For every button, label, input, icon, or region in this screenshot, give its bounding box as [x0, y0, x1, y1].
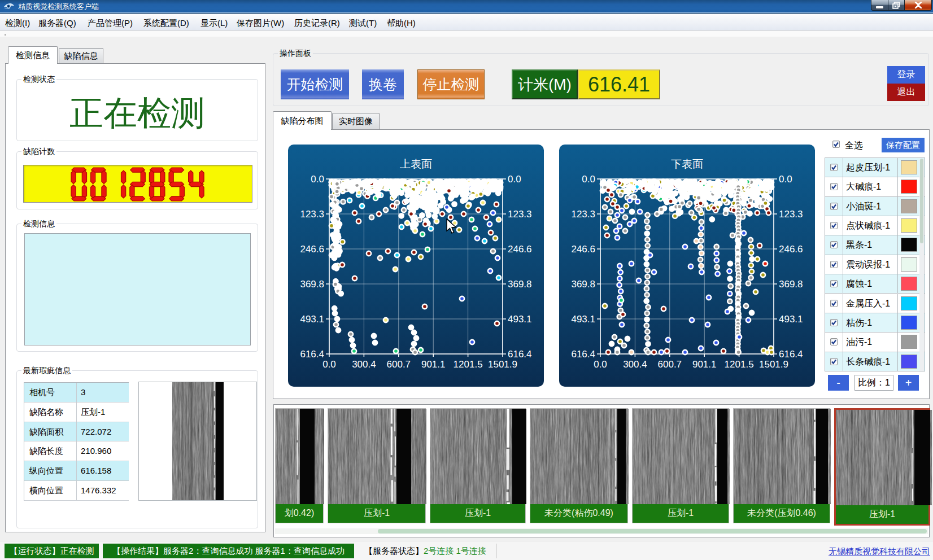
svg-text:1201.5: 1201.5 — [454, 359, 483, 370]
svg-text:0.0: 0.0 — [311, 174, 324, 185]
svg-text:616.4: 616.4 — [508, 349, 532, 360]
svg-text:300.4: 300.4 — [352, 359, 376, 370]
svg-text:1501.9: 1501.9 — [759, 359, 788, 370]
svg-text:1501.9: 1501.9 — [488, 359, 517, 370]
svg-text:493.1: 493.1 — [508, 314, 532, 325]
svg-text:123.3: 123.3 — [571, 209, 595, 220]
svg-text:246.6: 246.6 — [508, 244, 532, 255]
svg-text:616.4: 616.4 — [300, 349, 324, 360]
svg-text:493.1: 493.1 — [300, 314, 324, 325]
svg-text:下表面: 下表面 — [671, 158, 703, 170]
svg-text:616.4: 616.4 — [779, 349, 803, 360]
svg-text:123.3: 123.3 — [508, 209, 532, 220]
svg-text:246.6: 246.6 — [300, 244, 324, 255]
svg-text:123.3: 123.3 — [779, 209, 803, 220]
svg-text:369.8: 369.8 — [779, 279, 803, 290]
svg-text:600.7: 600.7 — [658, 359, 682, 370]
svg-text:123.3: 123.3 — [300, 209, 324, 220]
svg-text:369.8: 369.8 — [571, 279, 595, 290]
svg-text:上表面: 上表面 — [400, 158, 432, 170]
svg-text:246.6: 246.6 — [779, 244, 803, 255]
svg-text:0.0: 0.0 — [582, 174, 595, 185]
svg-text:0.0: 0.0 — [779, 174, 792, 185]
svg-text:0.0: 0.0 — [322, 359, 336, 370]
svg-text:0.0: 0.0 — [508, 174, 521, 185]
svg-text:616.4: 616.4 — [571, 349, 595, 360]
svg-text:901.1: 901.1 — [692, 359, 717, 370]
svg-text:493.1: 493.1 — [779, 314, 803, 325]
svg-text:600.7: 600.7 — [387, 359, 411, 370]
svg-text:369.8: 369.8 — [508, 279, 532, 290]
svg-text:901.1: 901.1 — [421, 359, 446, 370]
svg-text:493.1: 493.1 — [571, 314, 595, 325]
svg-text:300.4: 300.4 — [623, 359, 647, 370]
svg-text:369.8: 369.8 — [300, 279, 324, 290]
svg-text:246.6: 246.6 — [571, 244, 595, 255]
svg-text:0.0: 0.0 — [594, 359, 607, 370]
svg-text:1201.5: 1201.5 — [725, 359, 754, 370]
